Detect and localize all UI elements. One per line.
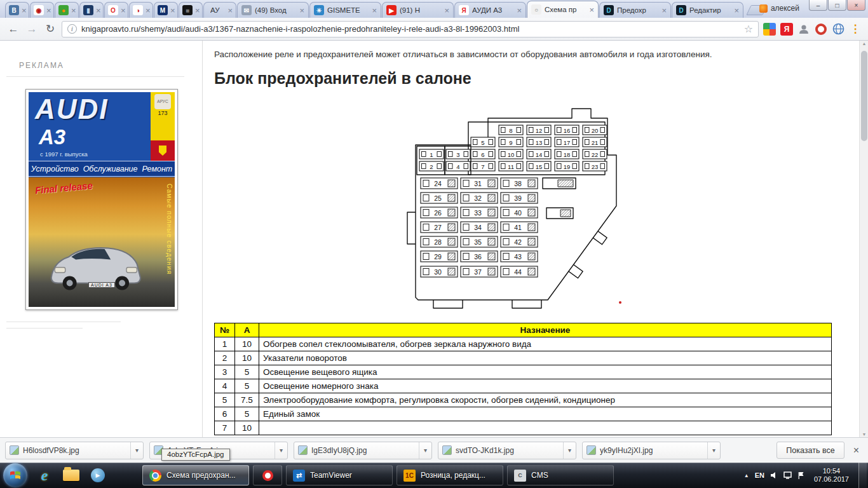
browser-tab[interactable]: ✉(49) Вход× bbox=[237, 2, 309, 18]
scroll-up-icon[interactable]: ▲ bbox=[860, 41, 868, 46]
tab-close-icon[interactable]: × bbox=[193, 6, 200, 15]
tab-title: АУ bbox=[210, 6, 225, 14]
scroll-down-icon[interactable]: ▼ bbox=[860, 432, 868, 437]
browser-tab[interactable]: DПредохр× bbox=[599, 2, 671, 18]
chevron-down-icon[interactable]: ▾ bbox=[419, 442, 431, 459]
media-player-launcher[interactable]: ▶ bbox=[86, 464, 109, 487]
globe-extension-icon[interactable] bbox=[832, 23, 844, 36]
url-text[interactable]: knigaproavto.ru/shemy/audi/audi-a3/1367-… bbox=[81, 24, 740, 34]
gismeteo-favicon: ☀ bbox=[314, 5, 324, 15]
fuse-29: 29 bbox=[421, 251, 458, 262]
bookmark-star-icon[interactable]: ☆ bbox=[744, 23, 753, 35]
taskbar-button-1c[interactable]: 1СРозница, редакц... bbox=[397, 465, 503, 485]
hidden-icons-arrow[interactable]: ▲ bbox=[744, 473, 749, 478]
profile-chip[interactable]: алексей bbox=[759, 4, 799, 13]
svg-text:21: 21 bbox=[592, 139, 599, 146]
volume-icon[interactable] bbox=[770, 471, 778, 479]
browser-tab[interactable]: ▮× bbox=[79, 2, 104, 18]
taskbar-button-teamviewer[interactable]: ⇄TeamViewer bbox=[286, 465, 393, 485]
table-row: 210Указатели поворотов bbox=[215, 351, 832, 365]
yandex-extension-icon[interactable]: Я bbox=[780, 23, 793, 36]
chevron-down-icon[interactable]: ▾ bbox=[707, 442, 720, 459]
taskbar-button-cms[interactable]: CCMS bbox=[507, 465, 614, 485]
tab-close-icon[interactable]: × bbox=[93, 6, 101, 15]
vertical-scrollbar[interactable]: ▲ ▼ bbox=[859, 41, 868, 437]
browser-tab[interactable]: ■× bbox=[179, 2, 203, 18]
extension-grid-icon[interactable] bbox=[763, 23, 776, 36]
show-all-downloads-button[interactable]: Показать все bbox=[776, 442, 844, 459]
opera-icon bbox=[262, 470, 273, 481]
tab-close-icon[interactable]: × bbox=[659, 6, 667, 15]
tab-close-icon[interactable]: × bbox=[143, 6, 151, 15]
back-button[interactable]: ← bbox=[6, 23, 20, 36]
browser-tab[interactable]: DРедактир× bbox=[672, 2, 743, 18]
svg-text:40: 40 bbox=[514, 209, 522, 217]
svg-text:5: 5 bbox=[481, 139, 484, 146]
browser-tab[interactable]: ○Схема пр× bbox=[527, 1, 599, 18]
download-shelf: H6losdfVP8k.jpg▾4obzYTcFcpA.jpg▾IgE3dIyU… bbox=[0, 437, 868, 463]
fuse-23: 23 bbox=[583, 161, 607, 171]
browser-extension-icon[interactable] bbox=[815, 24, 827, 35]
person-extension-icon[interactable] bbox=[797, 23, 810, 36]
amp-cell: 5 bbox=[235, 365, 259, 379]
network-icon[interactable] bbox=[783, 471, 792, 479]
download-item[interactable]: yk9yIHu2jXI.jpg▾ bbox=[582, 442, 721, 459]
redring-favicon: ◉ bbox=[34, 5, 44, 15]
mail-favicon: ✉ bbox=[241, 5, 252, 15]
browser-tab[interactable]: ▶(91) Н× bbox=[382, 2, 454, 18]
browser-tab[interactable]: ◉× bbox=[30, 2, 54, 18]
taskbar-button-opera[interactable] bbox=[253, 465, 282, 485]
start-button[interactable] bbox=[3, 463, 27, 487]
image-file-icon bbox=[298, 445, 308, 455]
tab-close-icon[interactable]: × bbox=[587, 6, 594, 14]
svg-text:26: 26 bbox=[434, 209, 442, 217]
browser-tab[interactable]: ЯАУДИ А3× bbox=[454, 2, 526, 18]
tab-close-icon[interactable]: × bbox=[442, 6, 449, 15]
refresh-button[interactable]: ↻ bbox=[43, 22, 57, 36]
address-bar[interactable]: i knigaproavto.ru/shemy/audi/audi-a3/136… bbox=[62, 21, 759, 37]
chevron-down-icon[interactable]: ▾ bbox=[130, 442, 143, 459]
tab-close-icon[interactable]: × bbox=[297, 6, 304, 15]
tab-close-icon[interactable]: × bbox=[731, 6, 739, 15]
download-item[interactable]: IgE3dIyU8jQ.jpg▾ bbox=[294, 442, 432, 459]
media-player-icon: ▶ bbox=[91, 468, 105, 482]
fuse-40: 40 bbox=[501, 207, 538, 218]
tab-close-icon[interactable]: × bbox=[69, 6, 76, 15]
minimize-button[interactable]: – bbox=[809, 0, 827, 11]
chevron-down-icon[interactable]: ▾ bbox=[275, 442, 287, 459]
clock[interactable]: 10:54 07.06.2017 bbox=[810, 467, 853, 484]
forward-button[interactable]: → bbox=[25, 23, 39, 36]
tab-close-icon[interactable]: × bbox=[19, 6, 27, 15]
browser-tab[interactable]: ☀GISMETE× bbox=[309, 2, 381, 18]
tab-close-icon[interactable]: × bbox=[225, 6, 233, 15]
download-items: H6losdfVP8k.jpg▾4obzYTcFcpA.jpg▾IgE3dIyU… bbox=[5, 442, 726, 459]
show-desktop-button[interactable] bbox=[858, 463, 867, 488]
chevron-down-icon[interactable]: ▾ bbox=[563, 442, 576, 459]
tab-close-icon[interactable]: × bbox=[44, 6, 51, 15]
browser-tab[interactable]: B× bbox=[5, 2, 29, 18]
browser-tab[interactable]: ●× bbox=[55, 2, 79, 18]
browser-tab[interactable]: O× bbox=[104, 2, 128, 18]
tab-title: АУДИ А3 bbox=[472, 6, 514, 14]
close-shelf-icon[interactable]: × bbox=[853, 445, 859, 456]
tab-close-icon[interactable]: × bbox=[514, 6, 522, 15]
language-indicator[interactable]: EN bbox=[755, 471, 764, 479]
tab-close-icon[interactable]: × bbox=[369, 6, 377, 15]
page-info-icon[interactable]: i bbox=[67, 24, 77, 34]
book-cover-ad[interactable]: AUDI А3 с 1997 г. выпуска АРУС 173 Устро… bbox=[25, 89, 178, 310]
action-center-flag-icon[interactable] bbox=[797, 471, 804, 479]
browser-tab[interactable]: АУ× bbox=[203, 2, 236, 18]
taskbar-button-chrome[interactable]: Схема предохран... bbox=[142, 465, 249, 485]
download-item[interactable]: H6losdfVP8k.jpg▾ bbox=[5, 442, 144, 459]
download-item[interactable]: svdTO-JKd1k.jpg▾ bbox=[438, 442, 576, 459]
close-window-button[interactable]: × bbox=[847, 0, 865, 11]
browser-tab[interactable]: M× bbox=[154, 2, 178, 18]
browser-menu-icon[interactable]: ⋮ bbox=[849, 22, 862, 36]
tab-close-icon[interactable]: × bbox=[118, 6, 126, 15]
browser-tab[interactable]: ◑× bbox=[129, 2, 153, 18]
explorer-launcher[interactable] bbox=[60, 464, 83, 487]
maximize-button[interactable]: □ bbox=[828, 0, 846, 11]
scrollbar-thumb[interactable] bbox=[861, 51, 867, 141]
internet-explorer-launcher[interactable]: e bbox=[33, 464, 56, 487]
tab-close-icon[interactable]: × bbox=[168, 6, 175, 15]
